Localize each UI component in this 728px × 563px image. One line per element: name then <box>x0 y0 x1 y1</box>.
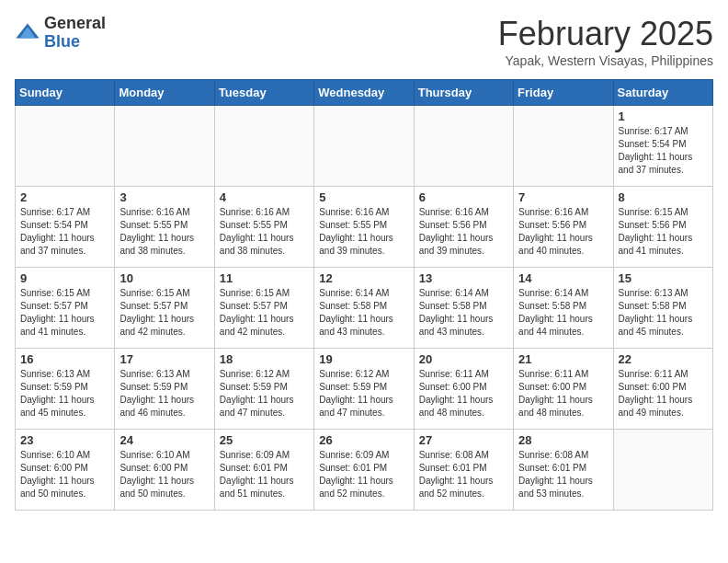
day-of-week-wednesday: Wednesday <box>314 80 414 106</box>
calendar-week-4: 16Sunrise: 6:13 AM Sunset: 5:59 PM Dayli… <box>16 349 713 430</box>
day-info: Sunrise: 6:11 AM Sunset: 6:00 PM Dayligh… <box>518 368 608 419</box>
logo-icon <box>15 20 40 46</box>
calendar-cell: 19Sunrise: 6:12 AM Sunset: 5:59 PM Dayli… <box>314 349 414 430</box>
calendar-cell: 9Sunrise: 6:15 AM Sunset: 5:57 PM Daylig… <box>16 268 115 349</box>
day-number: 28 <box>518 433 608 447</box>
calendar-cell: 24Sunrise: 6:10 AM Sunset: 6:00 PM Dayli… <box>115 430 214 511</box>
calendar-cell: 25Sunrise: 6:09 AM Sunset: 6:01 PM Dayli… <box>214 430 313 511</box>
calendar-cell: 14Sunrise: 6:14 AM Sunset: 5:58 PM Dayli… <box>514 268 613 349</box>
day-info: Sunrise: 6:10 AM Sunset: 6:00 PM Dayligh… <box>20 449 109 500</box>
day-number: 12 <box>319 271 408 285</box>
day-info: Sunrise: 6:15 AM Sunset: 5:56 PM Dayligh… <box>619 206 708 258</box>
day-of-week-sunday: Sunday <box>16 80 115 106</box>
day-info: Sunrise: 6:16 AM Sunset: 5:55 PM Dayligh… <box>319 206 408 258</box>
location: Yapak, Western Visayas, Philippines <box>498 53 713 68</box>
day-number: 10 <box>119 271 209 285</box>
day-number: 18 <box>220 352 309 366</box>
day-info: Sunrise: 6:14 AM Sunset: 5:58 PM Dayligh… <box>518 287 608 339</box>
calendar-cell <box>514 106 613 187</box>
day-number: 3 <box>119 190 209 204</box>
day-number: 1 <box>619 109 708 123</box>
calendar-cell: 5Sunrise: 6:16 AM Sunset: 5:55 PM Daylig… <box>314 187 414 268</box>
day-info: Sunrise: 6:16 AM Sunset: 5:55 PM Dayligh… <box>119 206 209 258</box>
day-number: 11 <box>220 271 309 285</box>
calendar-cell: 12Sunrise: 6:14 AM Sunset: 5:58 PM Dayli… <box>314 268 414 349</box>
day-number: 2 <box>20 190 109 204</box>
day-info: Sunrise: 6:10 AM Sunset: 6:00 PM Dayligh… <box>119 449 209 500</box>
calendar-cell: 8Sunrise: 6:15 AM Sunset: 5:56 PM Daylig… <box>613 187 712 268</box>
month-title: February 2025 <box>498 15 713 53</box>
day-number: 17 <box>119 352 209 366</box>
day-info: Sunrise: 6:12 AM Sunset: 5:59 PM Dayligh… <box>319 368 408 419</box>
calendar-cell: 22Sunrise: 6:11 AM Sunset: 6:00 PM Dayli… <box>613 349 712 430</box>
day-of-week-friday: Friday <box>514 80 613 106</box>
calendar-cell: 20Sunrise: 6:11 AM Sunset: 6:00 PM Dayli… <box>414 349 513 430</box>
day-info: Sunrise: 6:16 AM Sunset: 5:56 PM Dayligh… <box>419 206 508 258</box>
day-number: 22 <box>619 352 708 366</box>
day-info: Sunrise: 6:08 AM Sunset: 6:01 PM Dayligh… <box>518 449 608 500</box>
calendar-cell: 3Sunrise: 6:16 AM Sunset: 5:55 PM Daylig… <box>115 187 214 268</box>
day-info: Sunrise: 6:12 AM Sunset: 5:59 PM Dayligh… <box>220 368 309 419</box>
day-info: Sunrise: 6:17 AM Sunset: 5:54 PM Dayligh… <box>20 206 109 258</box>
calendar-week-5: 23Sunrise: 6:10 AM Sunset: 6:00 PM Dayli… <box>16 430 713 511</box>
day-info: Sunrise: 6:13 AM Sunset: 5:59 PM Dayligh… <box>119 368 209 419</box>
day-info: Sunrise: 6:09 AM Sunset: 6:01 PM Dayligh… <box>319 449 408 500</box>
day-number: 14 <box>518 271 608 285</box>
logo-blue: Blue <box>44 33 106 52</box>
day-info: Sunrise: 6:13 AM Sunset: 5:58 PM Dayligh… <box>619 287 708 339</box>
calendar-cell: 17Sunrise: 6:13 AM Sunset: 5:59 PM Dayli… <box>115 349 214 430</box>
calendar-cell: 10Sunrise: 6:15 AM Sunset: 5:57 PM Dayli… <box>115 268 214 349</box>
calendar-cell <box>16 106 115 187</box>
logo: General Blue <box>15 15 106 52</box>
day-info: Sunrise: 6:13 AM Sunset: 5:59 PM Dayligh… <box>20 368 109 419</box>
days-header-row: SundayMondayTuesdayWednesdayThursdayFrid… <box>16 80 713 106</box>
calendar-cell <box>414 106 513 187</box>
calendar-cell <box>613 430 712 511</box>
day-number: 7 <box>518 190 608 204</box>
day-info: Sunrise: 6:09 AM Sunset: 6:01 PM Dayligh… <box>220 449 309 500</box>
calendar-cell: 26Sunrise: 6:09 AM Sunset: 6:01 PM Dayli… <box>314 430 414 511</box>
calendar-cell <box>314 106 414 187</box>
day-number: 9 <box>20 271 109 285</box>
calendar-cell: 11Sunrise: 6:15 AM Sunset: 5:57 PM Dayli… <box>214 268 313 349</box>
day-of-week-saturday: Saturday <box>613 80 712 106</box>
day-info: Sunrise: 6:14 AM Sunset: 5:58 PM Dayligh… <box>319 287 408 339</box>
day-number: 23 <box>20 433 109 447</box>
day-info: Sunrise: 6:15 AM Sunset: 5:57 PM Dayligh… <box>220 287 309 339</box>
calendar-cell: 18Sunrise: 6:12 AM Sunset: 5:59 PM Dayli… <box>214 349 313 430</box>
day-of-week-monday: Monday <box>115 80 214 106</box>
calendar-cell: 21Sunrise: 6:11 AM Sunset: 6:00 PM Dayli… <box>514 349 613 430</box>
calendar-week-3: 9Sunrise: 6:15 AM Sunset: 5:57 PM Daylig… <box>16 268 713 349</box>
day-number: 5 <box>319 190 408 204</box>
calendar-cell: 23Sunrise: 6:10 AM Sunset: 6:00 PM Dayli… <box>16 430 115 511</box>
day-number: 20 <box>419 352 508 366</box>
calendar-week-1: 1Sunrise: 6:17 AM Sunset: 5:54 PM Daylig… <box>16 106 713 187</box>
day-number: 21 <box>518 352 608 366</box>
day-info: Sunrise: 6:11 AM Sunset: 6:00 PM Dayligh… <box>419 368 508 419</box>
calendar-cell: 6Sunrise: 6:16 AM Sunset: 5:56 PM Daylig… <box>414 187 513 268</box>
calendar-cell: 1Sunrise: 6:17 AM Sunset: 5:54 PM Daylig… <box>613 106 712 187</box>
calendar-cell <box>214 106 313 187</box>
calendar-cell: 13Sunrise: 6:14 AM Sunset: 5:58 PM Dayli… <box>414 268 513 349</box>
day-info: Sunrise: 6:15 AM Sunset: 5:57 PM Dayligh… <box>20 287 109 339</box>
day-number: 16 <box>20 352 109 366</box>
day-info: Sunrise: 6:08 AM Sunset: 6:01 PM Dayligh… <box>419 449 508 500</box>
day-of-week-tuesday: Tuesday <box>214 80 313 106</box>
day-number: 25 <box>220 433 309 447</box>
day-number: 13 <box>419 271 508 285</box>
calendar-cell <box>115 106 214 187</box>
day-number: 26 <box>319 433 408 447</box>
calendar-cell: 28Sunrise: 6:08 AM Sunset: 6:01 PM Dayli… <box>514 430 613 511</box>
calendar-cell: 16Sunrise: 6:13 AM Sunset: 5:59 PM Dayli… <box>16 349 115 430</box>
day-of-week-thursday: Thursday <box>414 80 513 106</box>
day-number: 4 <box>220 190 309 204</box>
day-number: 6 <box>419 190 508 204</box>
day-number: 15 <box>619 271 708 285</box>
calendar-table: SundayMondayTuesdayWednesdayThursdayFrid… <box>15 79 713 511</box>
day-info: Sunrise: 6:16 AM Sunset: 5:56 PM Dayligh… <box>518 206 608 258</box>
day-number: 24 <box>119 433 209 447</box>
calendar-cell: 7Sunrise: 6:16 AM Sunset: 5:56 PM Daylig… <box>514 187 613 268</box>
calendar-cell: 4Sunrise: 6:16 AM Sunset: 5:55 PM Daylig… <box>214 187 313 268</box>
day-info: Sunrise: 6:16 AM Sunset: 5:55 PM Dayligh… <box>220 206 309 258</box>
day-info: Sunrise: 6:17 AM Sunset: 5:54 PM Dayligh… <box>619 125 708 177</box>
